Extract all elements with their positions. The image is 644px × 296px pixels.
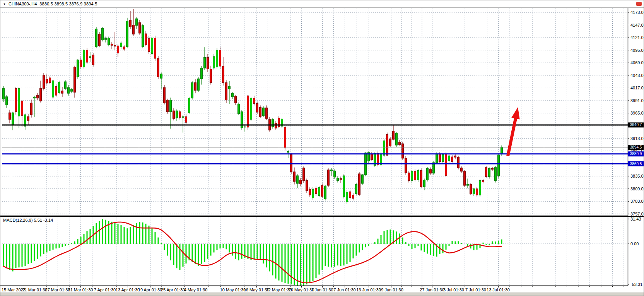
svg-text:3 Jul 01:30: 3 Jul 01:30 (443, 287, 464, 292)
svg-text:7 Jul 01:30: 7 Jul 01:30 (465, 287, 486, 292)
svg-text:3809.0: 3809.0 (630, 186, 644, 191)
svg-text:19 Apr 01:30: 19 Apr 01:30 (138, 287, 162, 292)
svg-text:3835.0: 3835.0 (630, 174, 644, 178)
svg-text:3913.0: 3913.0 (630, 136, 644, 141)
svg-text:10 May 01:30: 10 May 01:30 (220, 287, 246, 292)
svg-text:19 Jun 01:30: 19 Jun 01:30 (379, 287, 403, 292)
svg-text:16 May 01:30: 16 May 01:30 (244, 287, 270, 292)
svg-text:13 Apr 01:30: 13 Apr 01:30 (116, 287, 140, 292)
svg-text:15 Mar 2023: 15 Mar 2023 (2, 287, 26, 292)
macd-label-values: 5.51 -3.14 (34, 218, 53, 222)
svg-text:13 Jun 01:30: 13 Jun 01:30 (356, 287, 381, 292)
svg-text:7 Jun 01:30: 7 Jun 01:30 (333, 287, 356, 292)
corner-red-icon[interactable] (636, 2, 642, 6)
svg-text:-53.31: -53.31 (630, 282, 642, 287)
horizontal-level-lines (2, 125, 628, 164)
svg-text:3757.0: 3757.0 (630, 212, 644, 216)
svg-text:4043.0: 4043.0 (630, 73, 644, 78)
svg-text:31.43: 31.43 (630, 217, 641, 221)
svg-text:26 May 01:30: 26 May 01:30 (289, 287, 314, 292)
chart-title-bar: ▼ CHINA300-,H4 3880.5 3898.5 3876.9 3894… (0, 0, 644, 8)
svg-text:7 Apr 01:30: 7 Apr 01:30 (94, 287, 116, 292)
svg-text:1 Jun 01:30: 1 Jun 01:30 (311, 287, 333, 292)
svg-text:3965.0: 3965.0 (630, 111, 644, 115)
window-bottom-strip (0, 293, 644, 296)
chart-title-ohlc: 3880.5 3898.5 3876.9 3894.5 (39, 2, 97, 6)
price-level-tags: 3940.73894.53880.93860.5 (628, 122, 644, 166)
svg-text:4121.0: 4121.0 (630, 35, 644, 40)
svg-text:3783.0: 3783.0 (630, 199, 644, 204)
svg-text:21 Mar 01:30: 21 Mar 01:30 (22, 287, 48, 292)
svg-text:4095.0: 4095.0 (630, 48, 644, 53)
candlestick-series (3, 9, 503, 204)
svg-text:3991.0: 3991.0 (630, 98, 644, 103)
svg-text:25 Apr 01:30: 25 Apr 01:30 (161, 287, 185, 292)
macd-label-name: MACD(12,26,9) (3, 218, 32, 222)
svg-text:3860.5: 3860.5 (630, 162, 642, 166)
svg-text:22 May 01:30: 22 May 01:30 (266, 287, 292, 292)
chart-window: ▼ CHINA300-,H4 3880.5 3898.5 3876.9 3894… (0, 0, 644, 296)
time-axis[interactable]: 15 Mar 202321 Mar 01:3027 Mar 01:3031 Ma… (2, 286, 624, 292)
svg-text:3880.9: 3880.9 (630, 152, 642, 156)
svg-text:4017.0: 4017.0 (630, 86, 644, 90)
chart-title-symbol: CHINA300-,H4 (9, 2, 37, 6)
svg-text:4069.0: 4069.0 (630, 60, 644, 65)
symbol-dropdown-icon[interactable]: ▼ (3, 3, 6, 5)
svg-text:4173.0: 4173.0 (630, 10, 644, 15)
svg-text:27 Jun 01:30: 27 Jun 01:30 (420, 287, 444, 292)
chart-canvas[interactable]: 4173.04147.04121.04095.04069.04043.04017… (0, 0, 644, 296)
svg-text:13 Jul 01:30: 13 Jul 01:30 (487, 287, 510, 292)
svg-text:4147.0: 4147.0 (630, 23, 644, 27)
svg-text:0.00: 0.00 (630, 241, 639, 246)
macd-histogram (3, 219, 502, 286)
svg-text:3940.7: 3940.7 (630, 123, 642, 127)
svg-text:27 Mar 01:30: 27 Mar 01:30 (45, 287, 70, 292)
svg-text:31 Mar 01:30: 31 Mar 01:30 (68, 287, 93, 292)
macd-indicator-label: MACD(12,26,9) 5.51 -3.14 (3, 218, 53, 222)
svg-text:4 May 01:30: 4 May 01:30 (184, 287, 208, 292)
svg-text:3894.5: 3894.5 (630, 145, 642, 149)
